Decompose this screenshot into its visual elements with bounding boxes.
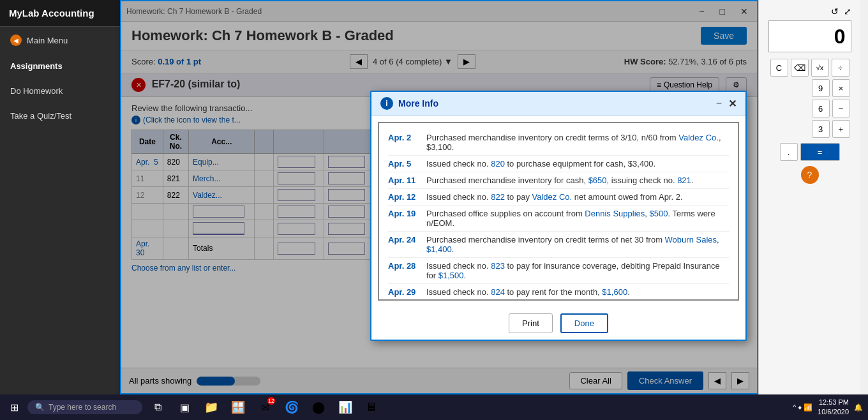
modal-text-apr5: Issued check no. 820 to purchase equipme… bbox=[426, 159, 729, 169]
arrow-left-icon: ◀ bbox=[10, 34, 22, 46]
taskbar-widget[interactable]: ▣ bbox=[173, 396, 196, 419]
clock-date: 10/6/2020 bbox=[818, 407, 849, 417]
sidebar-header: MyLab Accounting bbox=[0, 0, 123, 27]
calc-times-button[interactable]: × bbox=[832, 79, 850, 97]
modal-date-apr19: Apr. 19 bbox=[388, 209, 420, 228]
calc-row-4: 3 + bbox=[770, 120, 850, 138]
calc-help-button[interactable]: ? bbox=[801, 166, 819, 184]
done-button[interactable]: Done bbox=[560, 313, 608, 333]
modal-entry-apr5: Apr. 5 Issued check no. 820 to purchase … bbox=[388, 156, 729, 172]
modal-text-apr28: Issued check no. 823 to pay for insuranc… bbox=[426, 261, 729, 280]
sidebar: MyLab Accounting ◀ Main Menu Assignments… bbox=[0, 0, 123, 394]
taskbar-edge[interactable]: 🌀 bbox=[280, 396, 303, 419]
taskbar-chrome[interactable]: ⬤ bbox=[307, 396, 330, 419]
modal-entry-apr29: Apr. 29 Issued check no. 824 to pay rent… bbox=[388, 284, 729, 301]
sidebar-item-assignments[interactable]: Assignments bbox=[0, 54, 123, 79]
modal-footer: Print Done bbox=[371, 307, 745, 340]
do-homework-label: Do Homework bbox=[10, 86, 63, 96]
calc-equals-button[interactable]: = bbox=[800, 143, 840, 161]
sidebar-item-take-quiz[interactable]: Take a Quiz/Test bbox=[0, 103, 123, 128]
taskbar-calculator-app[interactable]: 🖩 bbox=[361, 396, 384, 419]
taskbar-powerpoint[interactable]: 📊 bbox=[334, 396, 357, 419]
modal-entry-apr28: Apr. 28 Issued check no. 823 to pay for … bbox=[388, 258, 729, 284]
start-button[interactable]: ⊞ bbox=[5, 399, 24, 416]
calc-divide-button[interactable]: ÷ bbox=[832, 59, 849, 77]
calc-9-button[interactable]: 9 bbox=[812, 79, 830, 97]
calc-minus-button[interactable]: − bbox=[832, 100, 850, 117]
calc-row-2: 9 × bbox=[770, 79, 850, 97]
mail-badge: 12 bbox=[267, 397, 275, 405]
calc-dot-button[interactable]: . bbox=[780, 143, 798, 161]
more-info-modal: i More Info − ✕ Apr. 2 Purchased merchan… bbox=[370, 91, 747, 341]
modal-entry-apr19: Apr. 19 Purchased office supplies on acc… bbox=[388, 206, 729, 232]
calc-row-3: 6 − bbox=[770, 100, 850, 117]
taskbar-task-view[interactable]: ⧉ bbox=[146, 396, 169, 419]
calc-C-button[interactable]: C bbox=[770, 59, 788, 77]
print-button[interactable]: Print bbox=[509, 313, 553, 333]
calc-3-button[interactable]: 3 bbox=[812, 120, 830, 138]
taskbar-store[interactable]: 🪟 bbox=[227, 396, 250, 419]
modal-entry-apr2: Apr. 2 Purchased merchandise inventory o… bbox=[388, 130, 729, 156]
modal-entry-apr11: Apr. 11 Purchased merchandise inventory … bbox=[388, 172, 729, 189]
modal-date-apr11: Apr. 11 bbox=[388, 176, 420, 185]
modal-entry-apr12: Apr. 12 Issued check no. 822 to pay Vald… bbox=[388, 189, 729, 206]
calc-sqrt-button[interactable]: √x bbox=[811, 59, 829, 77]
modal-date-apr29: Apr. 29 bbox=[388, 287, 420, 297]
modal-text-apr2: Purchased merchandise inventory on credi… bbox=[426, 133, 729, 152]
assignments-label: Assignments bbox=[10, 61, 63, 71]
search-bar[interactable]: 🔍 Type here to search bbox=[27, 400, 142, 414]
calc-help-section: ? bbox=[801, 166, 819, 184]
modal-date-apr24: Apr. 24 bbox=[388, 235, 420, 254]
taskbar-right: ^ ♦ 📶 12:53 PM 10/6/2020 🔔 bbox=[793, 398, 863, 417]
calc-display-value: 0 bbox=[834, 25, 846, 49]
modal-title-text: More Info bbox=[398, 98, 438, 109]
modal-date-apr2: Apr. 2 bbox=[388, 133, 420, 152]
modal-overlay: i More Info − ✕ Apr. 2 Purchased merchan… bbox=[121, 1, 757, 393]
notification-icon[interactable]: 🔔 bbox=[854, 403, 863, 412]
calc-row-top: C ⌫ √x ÷ bbox=[770, 59, 849, 77]
sidebar-item-main-menu[interactable]: ◀ Main Menu bbox=[0, 27, 123, 54]
calc-backspace-button[interactable]: ⌫ bbox=[791, 59, 809, 77]
modal-date-apr28: Apr. 28 bbox=[388, 261, 420, 280]
taskbar: ⊞ 🔍 Type here to search ⧉ ▣ 📁 🪟 ✉ 12 🌀 ⬤… bbox=[0, 394, 868, 420]
sidebar-item-label: Main Menu bbox=[27, 36, 68, 45]
taskbar-left: ⊞ 🔍 Type here to search ⧉ ▣ 📁 🪟 ✉ 12 🌀 ⬤… bbox=[5, 396, 384, 419]
modal-date-apr5: Apr. 5 bbox=[388, 159, 420, 169]
browser-window: Homework: Ch 7 Homework B - Graded − □ ✕… bbox=[120, 0, 758, 394]
calc-display: 0 bbox=[768, 20, 851, 52]
modal-header: i More Info − ✕ bbox=[371, 92, 745, 116]
clock-time: 12:53 PM bbox=[818, 398, 849, 407]
search-icon: 🔍 bbox=[35, 403, 45, 412]
modal-text-apr24: Purchased merchandise inventory on credi… bbox=[426, 235, 729, 254]
taskbar-mail[interactable]: ✉ 12 bbox=[253, 396, 276, 419]
modal-title: i More Info bbox=[380, 97, 438, 110]
close-modal-button[interactable]: ✕ bbox=[728, 98, 737, 110]
modal-text-apr12: Issued check no. 822 to pay Valdez Co. n… bbox=[426, 192, 729, 202]
modal-text-apr11: Purchased merchandise inventory for cash… bbox=[426, 176, 729, 185]
modal-date-apr12: Apr. 12 bbox=[388, 192, 420, 202]
calc-plus-button[interactable]: + bbox=[832, 120, 850, 138]
search-placeholder: Type here to search bbox=[49, 403, 116, 412]
calc-bottom-row: . = bbox=[780, 143, 840, 161]
modal-info-icon: i bbox=[380, 97, 393, 110]
clock: 12:53 PM 10/6/2020 bbox=[818, 398, 849, 417]
modal-controls: − ✕ bbox=[716, 98, 737, 110]
calc-6-button[interactable]: 6 bbox=[812, 100, 830, 117]
calc-expand-icon[interactable]: ⤢ bbox=[844, 6, 851, 17]
minimize-modal-button[interactable]: − bbox=[716, 98, 722, 109]
calc-history-icon[interactable]: ↺ bbox=[831, 6, 839, 17]
taskbar-explorer[interactable]: 📁 bbox=[200, 396, 223, 419]
modal-body: Apr. 2 Purchased merchandise inventory o… bbox=[378, 122, 739, 301]
sidebar-item-do-homework[interactable]: Do Homework bbox=[0, 79, 123, 103]
modal-text-apr19: Purchased office supplies on account fro… bbox=[426, 209, 729, 228]
take-quiz-label: Take a Quiz/Test bbox=[10, 111, 71, 121]
modal-entry-apr24: Apr. 24 Purchased merchandise inventory … bbox=[388, 232, 729, 258]
modal-text-apr29: Issued check no. 824 to pay rent for the… bbox=[426, 287, 729, 297]
calculator-panel: ↺ ⤢ 0 C ⌫ √x ÷ 9 × 6 − 3 + . = ? bbox=[758, 0, 860, 394]
taskbar-system-icons: ^ ♦ 📶 bbox=[793, 403, 812, 412]
